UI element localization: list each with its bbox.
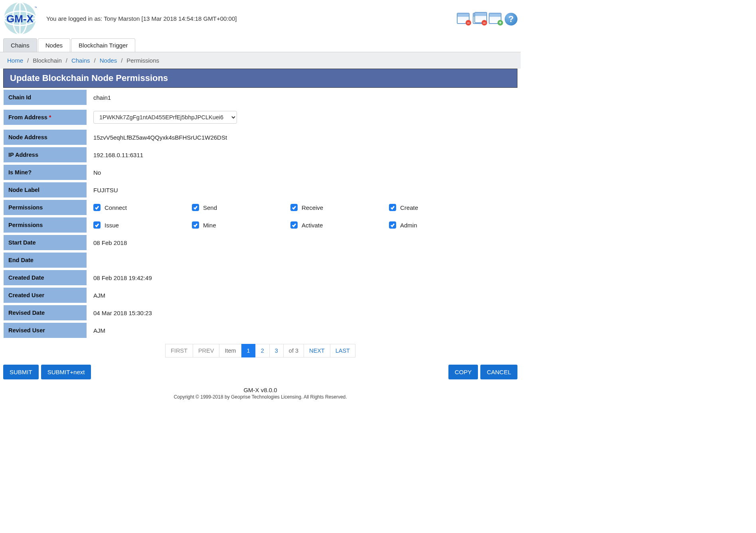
label-created-date: Created Date	[3, 270, 87, 286]
label-end-date: End Date	[3, 252, 87, 268]
value-node-address: 15zvV5eqhLfBZ5aw4QQyxk4sBFHSrUC1W26DSt	[87, 130, 517, 145]
perm-label-connect: Connect	[105, 204, 127, 211]
help-icon[interactable]: ?	[505, 13, 517, 26]
tabs: Chains Nodes Blockchain Trigger	[0, 38, 521, 52]
label-from-address: From Address *	[3, 109, 87, 125]
crumb-home[interactable]: Home	[7, 57, 23, 64]
header: GM-X ™ You are logged in as: Tony Marsto…	[0, 0, 521, 38]
value-is-mine: No	[87, 165, 517, 180]
crumb-chains[interactable]: Chains	[71, 57, 90, 64]
checkbox-activate[interactable]	[290, 221, 298, 229]
submit-next-button[interactable]: SUBMIT+next	[41, 365, 91, 379]
page-3[interactable]: 3	[269, 344, 284, 357]
login-message: You are logged in as: Tony Marston [13 M…	[46, 15, 237, 22]
label-revised-date: Revised Date	[3, 305, 87, 321]
label-start-date: Start Date	[3, 235, 87, 251]
app-logo: GM-X ™	[3, 2, 37, 35]
cancel-button[interactable]: CANCEL	[480, 365, 517, 379]
session-close-icon[interactable]: –	[457, 13, 471, 26]
footer-version: GM-X v8.0.0	[0, 387, 521, 393]
checkbox-receive[interactable]	[290, 204, 298, 211]
page-last[interactable]: LAST	[330, 344, 355, 357]
value-created-date: 08 Feb 2018 19:42:49	[87, 270, 517, 285]
tab-nodes[interactable]: Nodes	[38, 38, 70, 52]
page-item-label: Item	[219, 344, 241, 357]
tab-chains[interactable]: Chains	[3, 38, 37, 52]
page-prev[interactable]: PREV	[193, 344, 220, 357]
value-node-label: FUJITSU	[87, 183, 517, 197]
perm-label-admin: Admin	[400, 222, 417, 229]
checkbox-create[interactable]	[389, 204, 396, 211]
header-actions: – – + ?	[457, 11, 517, 26]
value-chain-id: chain1	[87, 90, 517, 105]
svg-text:™: ™	[34, 6, 37, 10]
checkbox-mine[interactable]	[192, 221, 199, 229]
sessions-close-all-icon[interactable]: –	[473, 13, 487, 26]
label-is-mine: Is Mine?	[3, 164, 87, 180]
crumb-current: Permissions	[126, 57, 159, 64]
page-1[interactable]: 1	[241, 344, 256, 357]
svg-text:GM-X: GM-X	[6, 13, 34, 25]
footer-copyright: Copyright © 1999-2018 by Geoprise Techno…	[0, 394, 521, 400]
checkbox-issue[interactable]	[93, 221, 101, 229]
breadcrumb: Home/ Blockchain/ Chains/ Nodes/ Permiss…	[0, 52, 521, 69]
pagination: FIRST PREV Item 1 2 3 of 3 NEXT LAST	[0, 344, 521, 357]
submit-button[interactable]: SUBMIT	[3, 365, 39, 379]
checkbox-connect[interactable]	[93, 204, 101, 211]
value-revised-date: 04 Mar 2018 15:30:23	[87, 306, 517, 320]
label-chain-id: Chain Id	[3, 89, 87, 105]
checkbox-admin[interactable]	[389, 221, 396, 229]
label-permissions-2: Permissions	[3, 217, 87, 233]
footer: GM-X v8.0.0 Copyright © 1999-2018 by Geo…	[0, 385, 521, 405]
action-bar: SUBMIT SUBMIT+next COPY CANCEL	[0, 365, 521, 385]
value-created-user: AJM	[87, 288, 517, 303]
perm-label-issue: Issue	[105, 222, 119, 229]
page-first[interactable]: FIRST	[165, 344, 193, 357]
perm-label-create: Create	[400, 204, 418, 211]
form: Chain Id chain1 From Address * 1PWKNk7Zg…	[0, 89, 521, 338]
perm-label-receive: Receive	[302, 204, 323, 211]
label-created-user: Created User	[3, 287, 87, 303]
page-title: Update Blockchain Node Permissions	[3, 69, 517, 88]
checkbox-send[interactable]	[192, 204, 199, 211]
value-revised-user: AJM	[87, 323, 517, 338]
label-permissions-1: Permissions	[3, 199, 87, 215]
page-next[interactable]: NEXT	[304, 344, 330, 357]
page-of-total: of 3	[283, 344, 304, 357]
label-revised-user: Revised User	[3, 322, 87, 338]
crumb-nodes[interactable]: Nodes	[100, 57, 117, 64]
page-2[interactable]: 2	[255, 344, 270, 357]
perm-label-send: Send	[203, 204, 217, 211]
perm-label-activate: Activate	[302, 222, 323, 229]
session-new-icon[interactable]: +	[489, 13, 503, 26]
value-end-date	[87, 256, 517, 264]
crumb-blockchain: Blockchain	[33, 57, 62, 64]
label-ip-address: IP Address	[3, 147, 87, 163]
value-ip-address: 192.168.0.11:6311	[87, 148, 517, 162]
from-address-select[interactable]: 1PWKNk7ZgFg1ntAD455EPrfEj5bhpJPCLKuei6	[93, 111, 237, 124]
label-node-label: Node Label	[3, 182, 87, 198]
perm-label-mine: Mine	[203, 222, 216, 229]
tab-blockchain-trigger[interactable]: Blockchain Trigger	[71, 38, 135, 52]
value-start-date: 08 Feb 2018	[87, 235, 517, 250]
copy-button[interactable]: COPY	[448, 365, 478, 379]
label-node-address: Node Address	[3, 129, 87, 145]
